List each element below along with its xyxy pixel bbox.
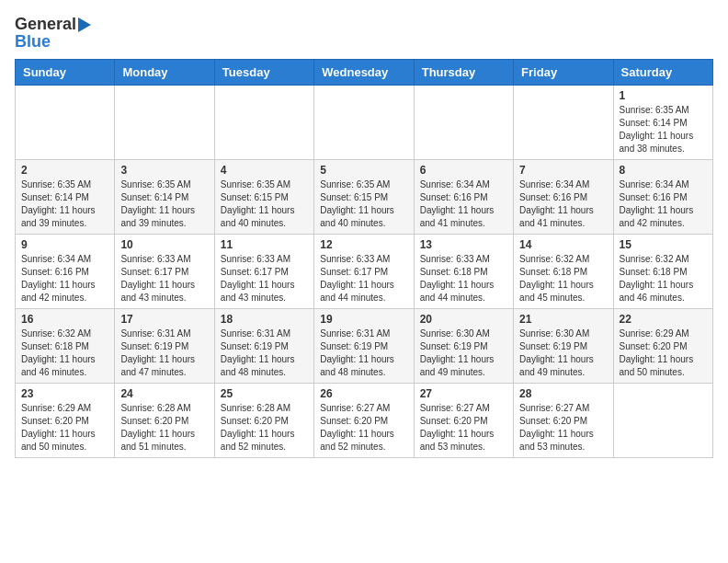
calendar-cell: 11Sunrise: 6:33 AMSunset: 6:17 PMDayligh… — [214, 235, 313, 309]
calendar-cell: 24Sunrise: 6:28 AMSunset: 6:20 PMDayligh… — [115, 384, 214, 458]
calendar-cell: 27Sunrise: 6:27 AMSunset: 6:20 PMDayligh… — [414, 384, 513, 458]
day-info: Sunrise: 6:34 AMSunset: 6:16 PMDaylight:… — [620, 178, 707, 230]
day-info: Sunrise: 6:33 AMSunset: 6:17 PMDaylight:… — [320, 253, 407, 304]
calendar-cell: 23Sunrise: 6:29 AMSunset: 6:20 PMDayligh… — [16, 384, 115, 458]
calendar-cell: 18Sunrise: 6:31 AMSunset: 6:19 PMDayligh… — [214, 309, 313, 384]
day-info: Sunrise: 6:34 AMSunset: 6:16 PMDaylight:… — [21, 253, 108, 304]
day-number: 7 — [519, 164, 607, 177]
page-header: General Blue — [15, 15, 713, 52]
calendar-cell: 16Sunrise: 6:32 AMSunset: 6:18 PMDayligh… — [16, 309, 115, 384]
calendar-cell: 7Sunrise: 6:34 AMSunset: 6:16 PMDaylight… — [514, 160, 613, 235]
day-number: 23 — [21, 387, 108, 400]
calendar-table: SundayMondayTuesdayWednesdayThursdayFrid… — [15, 59, 713, 458]
calendar-cell — [414, 86, 513, 160]
weekday-header-monday: Monday — [115, 60, 214, 86]
day-number: 16 — [21, 313, 108, 326]
day-number: 13 — [420, 238, 507, 251]
calendar-cell: 5Sunrise: 6:35 AMSunset: 6:15 PMDaylight… — [314, 160, 414, 235]
logo-blue: Blue — [15, 32, 51, 52]
calendar-cell: 3Sunrise: 6:35 AMSunset: 6:14 PMDaylight… — [115, 160, 214, 235]
day-info: Sunrise: 6:33 AMSunset: 6:17 PMDaylight:… — [221, 253, 308, 304]
calendar-cell — [115, 86, 214, 160]
calendar-cell: 14Sunrise: 6:32 AMSunset: 6:18 PMDayligh… — [514, 235, 613, 309]
day-number: 19 — [320, 313, 407, 326]
calendar-cell: 4Sunrise: 6:35 AMSunset: 6:15 PMDaylight… — [214, 160, 313, 235]
calendar-cell: 21Sunrise: 6:30 AMSunset: 6:19 PMDayligh… — [514, 309, 613, 384]
day-number: 10 — [120, 238, 208, 251]
day-number: 9 — [21, 238, 108, 251]
day-info: Sunrise: 6:30 AMSunset: 6:19 PMDaylight:… — [519, 327, 607, 379]
day-number: 22 — [620, 313, 707, 326]
calendar-cell: 12Sunrise: 6:33 AMSunset: 6:17 PMDayligh… — [314, 235, 414, 309]
day-info: Sunrise: 6:28 AMSunset: 6:20 PMDaylight:… — [120, 402, 208, 454]
calendar-cell — [314, 86, 414, 160]
weekday-header-friday: Friday — [514, 60, 613, 86]
day-number: 25 — [221, 387, 308, 400]
day-info: Sunrise: 6:27 AMSunset: 6:20 PMDaylight:… — [519, 402, 607, 454]
calendar-cell — [16, 86, 115, 160]
calendar-cell: 1Sunrise: 6:35 AMSunset: 6:14 PMDaylight… — [613, 86, 712, 160]
day-info: Sunrise: 6:29 AMSunset: 6:20 PMDaylight:… — [620, 327, 707, 379]
day-number: 20 — [420, 313, 507, 326]
day-info: Sunrise: 6:30 AMSunset: 6:19 PMDaylight:… — [420, 327, 507, 379]
calendar-cell: 26Sunrise: 6:27 AMSunset: 6:20 PMDayligh… — [314, 384, 414, 458]
calendar-cell: 8Sunrise: 6:34 AMSunset: 6:16 PMDaylight… — [613, 160, 712, 235]
day-info: Sunrise: 6:31 AMSunset: 6:19 PMDaylight:… — [221, 327, 308, 379]
calendar-cell — [613, 384, 712, 458]
logo-arrow-icon — [78, 17, 91, 32]
day-number: 26 — [320, 387, 407, 400]
day-info: Sunrise: 6:32 AMSunset: 6:18 PMDaylight:… — [21, 327, 108, 379]
day-number: 12 — [320, 238, 407, 251]
calendar-cell: 13Sunrise: 6:33 AMSunset: 6:18 PMDayligh… — [414, 235, 513, 309]
calendar-cell: 28Sunrise: 6:27 AMSunset: 6:20 PMDayligh… — [514, 384, 613, 458]
day-number: 14 — [519, 238, 607, 251]
day-number: 2 — [21, 164, 108, 177]
calendar-cell: 10Sunrise: 6:33 AMSunset: 6:17 PMDayligh… — [115, 235, 214, 309]
weekday-header-saturday: Saturday — [613, 60, 712, 86]
day-number: 17 — [120, 313, 208, 326]
day-info: Sunrise: 6:33 AMSunset: 6:18 PMDaylight:… — [420, 253, 507, 304]
day-info: Sunrise: 6:34 AMSunset: 6:16 PMDaylight:… — [420, 178, 507, 230]
day-number: 5 — [320, 164, 407, 177]
day-number: 28 — [519, 387, 607, 400]
weekday-header-wednesday: Wednesday — [314, 60, 414, 86]
day-info: Sunrise: 6:27 AMSunset: 6:20 PMDaylight:… — [320, 402, 407, 454]
day-number: 4 — [221, 164, 308, 177]
day-number: 3 — [120, 164, 208, 177]
day-info: Sunrise: 6:35 AMSunset: 6:15 PMDaylight:… — [320, 178, 407, 230]
weekday-header-thursday: Thursday — [414, 60, 513, 86]
calendar-cell — [514, 86, 613, 160]
calendar-cell: 17Sunrise: 6:31 AMSunset: 6:19 PMDayligh… — [115, 309, 214, 384]
day-info: Sunrise: 6:35 AMSunset: 6:15 PMDaylight:… — [221, 178, 308, 230]
day-number: 6 — [420, 164, 507, 177]
logo-general: General — [15, 15, 76, 33]
day-info: Sunrise: 6:29 AMSunset: 6:20 PMDaylight:… — [21, 402, 108, 454]
calendar-cell: 6Sunrise: 6:34 AMSunset: 6:16 PMDaylight… — [414, 160, 513, 235]
day-info: Sunrise: 6:34 AMSunset: 6:16 PMDaylight:… — [519, 178, 607, 230]
day-number: 27 — [420, 387, 507, 400]
day-info: Sunrise: 6:27 AMSunset: 6:20 PMDaylight:… — [420, 402, 507, 454]
day-number: 8 — [620, 164, 707, 177]
day-info: Sunrise: 6:28 AMSunset: 6:20 PMDaylight:… — [221, 402, 308, 454]
day-number: 18 — [221, 313, 308, 326]
calendar-cell: 2Sunrise: 6:35 AMSunset: 6:14 PMDaylight… — [16, 160, 115, 235]
day-number: 21 — [519, 313, 607, 326]
day-number: 11 — [221, 238, 308, 251]
day-info: Sunrise: 6:35 AMSunset: 6:14 PMDaylight:… — [120, 178, 208, 230]
day-info: Sunrise: 6:32 AMSunset: 6:18 PMDaylight:… — [620, 253, 707, 304]
weekday-header-sunday: Sunday — [16, 60, 115, 86]
calendar-cell: 20Sunrise: 6:30 AMSunset: 6:19 PMDayligh… — [414, 309, 513, 384]
day-info: Sunrise: 6:31 AMSunset: 6:19 PMDaylight:… — [120, 327, 208, 379]
day-info: Sunrise: 6:31 AMSunset: 6:19 PMDaylight:… — [320, 327, 407, 379]
day-info: Sunrise: 6:35 AMSunset: 6:14 PMDaylight:… — [620, 104, 707, 155]
calendar-cell: 25Sunrise: 6:28 AMSunset: 6:20 PMDayligh… — [214, 384, 313, 458]
calendar-cell: 22Sunrise: 6:29 AMSunset: 6:20 PMDayligh… — [613, 309, 712, 384]
calendar-cell: 15Sunrise: 6:32 AMSunset: 6:18 PMDayligh… — [613, 235, 712, 309]
logo: General Blue — [15, 15, 91, 52]
day-info: Sunrise: 6:32 AMSunset: 6:18 PMDaylight:… — [519, 253, 607, 304]
day-number: 24 — [120, 387, 208, 400]
weekday-header-tuesday: Tuesday — [214, 60, 313, 86]
calendar-cell — [214, 86, 313, 160]
day-number: 1 — [620, 89, 707, 102]
day-info: Sunrise: 6:35 AMSunset: 6:14 PMDaylight:… — [21, 178, 108, 230]
